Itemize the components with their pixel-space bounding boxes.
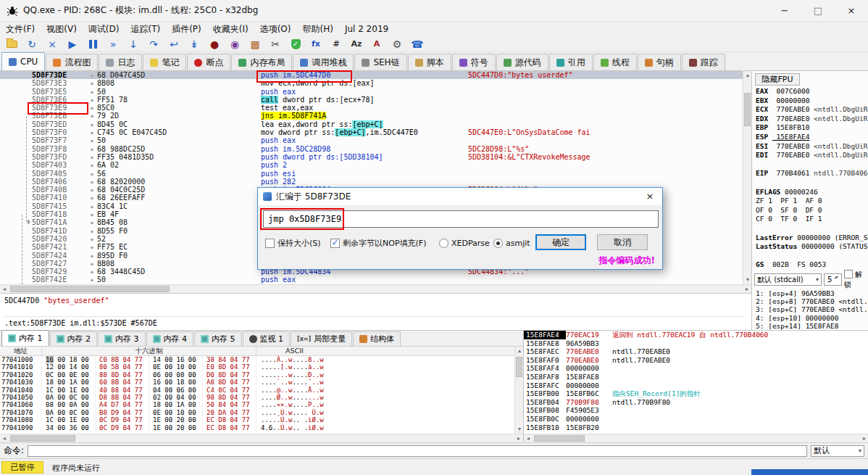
calculator-icon[interactable]: # <box>327 37 345 51</box>
memory-tab-mem1[interactable]: 内存 1 <box>1 330 49 346</box>
stack-row[interactable]: 15E8FB08F45905E3 <box>524 406 868 415</box>
convention-combobox[interactable]: 默认 (stdcall)▾ <box>754 273 822 286</box>
close-icon[interactable]: × <box>43 37 61 51</box>
report-bug-icon[interactable]: ☎ <box>409 37 426 51</box>
menu-item-1[interactable]: 视图(V) <box>41 22 83 37</box>
execute-till-return-icon[interactable]: ↩ <box>165 37 183 51</box>
memory-row[interactable]: 770410401C 00 1E 0040 88 04 7704 00 06 0… <box>0 387 523 394</box>
disasm-row[interactable]: 5D8F7405●56push esi <box>0 170 743 178</box>
trace-coverage-icon[interactable]: ◉ <box>226 37 243 51</box>
register-row[interactable] <box>752 160 868 170</box>
tab-notes[interactable]: 笔记 <box>143 54 186 70</box>
stack-row[interactable]: 15E8FAF815E8FAE8 <box>524 373 868 381</box>
memory-tab-struct[interactable]: 结构体 <box>353 331 401 346</box>
register-row[interactable] <box>752 252 868 261</box>
disasm-row[interactable]: 5D8F73EB●79 2Djns im.5D8F741A <box>0 112 743 120</box>
tab-log[interactable]: 日志 <box>99 54 142 70</box>
memory-row[interactable]: 770410801C 00 1E 000C D9 04 771E 00 20 0… <box>0 416 523 424</box>
memory-row[interactable]: 7704106008 00 0A 00A4 D7 04 7718 00 1A 0… <box>0 401 523 408</box>
memory-row[interactable]: 7704103018 00 1A 0060 8B 04 7716 00 18 0… <box>0 379 523 386</box>
register-row[interactable]: EBP 15E8FB10 <box>752 123 868 133</box>
open-file-icon[interactable] <box>3 37 20 51</box>
memory-row[interactable]: 770410500A 00 0C 00D8 8B 04 7702 00 04 0… <box>0 394 523 401</box>
arg-row[interactable]: 4: [esp+10] 00000000 <box>752 314 868 322</box>
disasm-row[interactable]: 5D8F73E3●8B08mov ecx,dword ptr ds:[eax] <box>0 79 743 87</box>
stack-row[interactable]: 15E8FB0015E8FB6C指向SEH_Record[1]的指针 <box>524 389 868 398</box>
run-icon[interactable]: ▶ <box>64 37 81 51</box>
disasm-row[interactable]: 5D8F73F7●50push eax <box>0 136 743 144</box>
memory-row[interactable]: 770410700A 00 0C 00B8 D9 04 770E 00 10 0… <box>0 409 523 416</box>
menu-item-6[interactable]: 选项(O) <box>254 22 297 37</box>
register-row[interactable]: ESI 770EABE0 <ntdll.DbgUiRemoteBreakin> <box>752 142 868 152</box>
disasm-row[interactable]: 5D8F73E9●85C0test eax,eax <box>0 104 743 112</box>
patch-icon[interactable]: ▩ <box>246 37 264 51</box>
arg-row[interactable]: 5: [esp+14] 15E8FAE8 <box>752 322 868 330</box>
run-to-user-code-icon[interactable]: ↡ <box>185 37 203 51</box>
register-row[interactable]: CF 0 TF 0 IF 1 <box>752 215 868 224</box>
run-trace-icon[interactable]: » <box>104 37 122 51</box>
tab-graph[interactable]: 流程图 <box>46 54 98 70</box>
memory-tab-mem2[interactable]: 内存 2 <box>50 331 98 346</box>
stack-row[interactable]: 15E8FAEC770EABE0ntdll.770EABE0 <box>524 347 868 356</box>
register-row[interactable]: EBX 00000000 <box>752 96 868 106</box>
disasm-row[interactable]: 5D8F7406●68 82020000push 282 <box>0 178 743 186</box>
tab-breakpoints[interactable]: 断点 <box>187 54 230 70</box>
hide-fpu-button[interactable]: 隐藏FPU <box>755 73 800 86</box>
command-mode-combobox[interactable]: 默认▾ <box>811 445 864 457</box>
disasm-row[interactable]: 5D8F742E●50push eax <box>0 276 743 284</box>
memory-vscrollbar[interactable]: ▴ ▾ <box>514 347 523 434</box>
restart-icon[interactable]: ↻ <box>23 37 41 51</box>
memory-tab-locals[interactable]: [x=]局部变量 <box>291 331 352 346</box>
disasm-row[interactable]: 5D8F73F8●68 988DC25Dpush im.5DC28D985DC2… <box>0 145 743 153</box>
tab-call-stack[interactable]: 调用堆栈 <box>293 54 354 70</box>
memory-tab-watch1[interactable]: 监视 1 <box>243 331 291 346</box>
memory-row[interactable]: 7704100016 00 18 00C0 8B 04 7714 00 16 0… <box>0 356 523 363</box>
memory-tab-mem5[interactable]: 内存 5 <box>194 331 242 346</box>
menu-item-4[interactable]: 插件(P) <box>166 22 207 37</box>
arg-row[interactable]: 1: [esp+4] 96A59BB3 <box>752 289 868 297</box>
menu-item-5[interactable]: 收藏夹(I) <box>207 22 254 37</box>
menu-item-2[interactable]: 调试(D) <box>83 22 125 37</box>
settings-gear-icon[interactable]: ⚙ <box>388 37 406 51</box>
register-row[interactable]: EDI 770EABE0 <ntdll.DbgUiRemoteBreakin> <box>752 151 868 160</box>
close-button[interactable]: × <box>835 0 868 21</box>
menu-item-0[interactable]: 文件(F) <box>0 22 41 37</box>
disasm-row[interactable]: 5D8F73F0●C745 0C E047C45Dmov dword ptr s… <box>0 128 743 136</box>
stack-row[interactable]: 15E8FB0C00000000 <box>524 415 868 424</box>
scroll-thumb[interactable] <box>10 286 170 292</box>
register-row[interactable]: ECX 770EABE0 <ntdll.DbgUiRemoteBreakin> <box>752 105 868 115</box>
memory-row[interactable]: 7704109034 00 36 000C D9 04 771E 00 20 0… <box>0 424 523 431</box>
step-into-icon[interactable]: ↓ <box>125 37 142 51</box>
memory-row[interactable]: 7704101012 00 14 0080 5B 04 770E 00 10 0… <box>0 363 523 371</box>
tab-script[interactable]: 脚本 <box>408 54 451 70</box>
tab-trace[interactable]: 跟踪 <box>682 54 725 70</box>
disasm-row[interactable]: 5D8F73E6●FF51 78call dword ptr ds:[ecx+7… <box>0 96 743 104</box>
command-input[interactable] <box>28 445 807 457</box>
memory-row[interactable]: 770410200C 00 0E 0088 8D 04 7706 00 08 0… <box>0 371 523 379</box>
arg-row[interactable]: 3: [esp+C] 770EABE0 <ntdll.DbgUiRemoteBr… <box>752 305 868 313</box>
scissors-icon[interactable]: ✂ <box>267 37 284 51</box>
disasm-row[interactable]: 5D8F73E5●50push eax <box>0 88 743 96</box>
favourite-functions-icon[interactable]: fx <box>307 37 325 51</box>
register-row[interactable]: EIP 770B4061 ntdll.770B4061 <box>752 169 868 178</box>
unlock-checkbox[interactable]: 解锁 <box>844 270 868 290</box>
shield-check-icon[interactable] <box>287 37 304 51</box>
tab-seh[interactable]: SEH链 <box>354 54 406 70</box>
tab-symbols[interactable]: 符号 <box>452 54 496 70</box>
tab-references[interactable]: 引用 <box>549 54 593 70</box>
breakpoint-icon[interactable]: ● <box>206 37 223 51</box>
register-row[interactable]: LastStatus 00000000 (STATUS_SUCCESS) <box>752 242 868 252</box>
register-row[interactable]: EFLAGS 00000246 <box>752 188 868 197</box>
disasm-vscrollbar[interactable]: ▴ ▾ <box>743 71 751 284</box>
minimize-button[interactable]: − <box>768 0 801 21</box>
appearance-icon[interactable]: A <box>368 37 385 51</box>
maximize-button[interactable]: □ <box>801 0 835 21</box>
menu-item-7[interactable]: 帮助(H) <box>296 22 338 37</box>
assemble-instruction-input[interactable] <box>263 210 659 228</box>
memory-hscrollbar[interactable]: ◂ ▸ <box>0 434 523 442</box>
keep-size-checkbox[interactable]: 保持大小(S) <box>265 236 321 249</box>
cancel-button[interactable]: 取消 <box>597 234 648 250</box>
pause-icon[interactable] <box>84 37 101 51</box>
tab-source[interactable]: 源代码 <box>496 54 548 70</box>
register-row[interactable]: OF 0 SF 0 DF 0 <box>752 206 868 215</box>
